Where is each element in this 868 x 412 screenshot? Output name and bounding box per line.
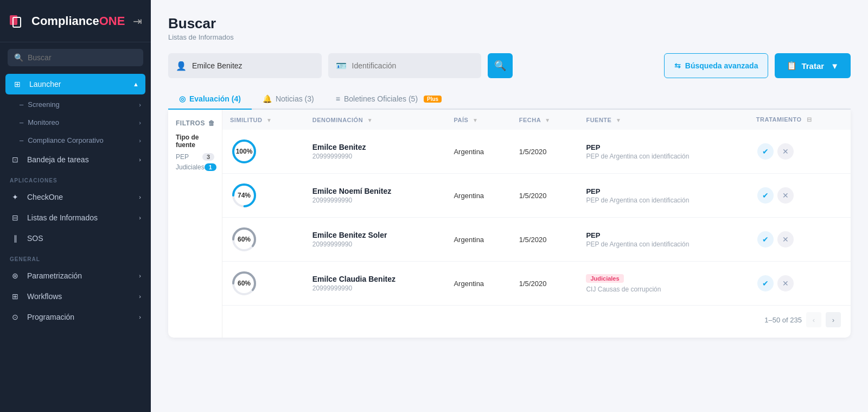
col-similitud[interactable]: SIMILITUD ▼	[222, 110, 305, 130]
workflows-icon: ⊞	[10, 292, 21, 301]
cell-denomination-2: Emilce Benitez Soler 20999999990	[305, 218, 446, 262]
cell-similarity-2: 60%	[222, 218, 305, 262]
sidebar-item-launcher[interactable]: ⊞ Launcher ▲	[5, 74, 145, 94]
logo-icon	[9, 12, 27, 30]
prev-page-button[interactable]: ‹	[806, 312, 821, 327]
tab-boletines[interactable]: ≡ Boletines Oficiales (5) Plus	[325, 89, 452, 110]
filter-judiciales[interactable]: Judiciales 1	[176, 163, 214, 171]
cell-denomination-1: Emilce Noemí Benitez 20999999990	[305, 174, 446, 218]
compliance-corp-chevron: ›	[139, 137, 141, 144]
sidebar-nav: ⊞ Launcher ▲ – Screening › – Monitoreo ›…	[0, 73, 151, 412]
tab-boletines-label: Boletines Oficiales (5)	[344, 94, 418, 103]
sidebar-header: ComplianceONE ⇥	[0, 0, 151, 42]
sidebar-search-container[interactable]: 🔍	[8, 49, 143, 66]
reject-button-2[interactable]: ✕	[777, 231, 794, 248]
cell-source-0: PEPPEP de Argentina con identificación	[578, 130, 748, 174]
tab-evaluacion[interactable]: ◎ Evaluación (4)	[168, 89, 252, 110]
cell-country-0: Argentina	[446, 130, 511, 174]
denomination-id-3: 20999999990	[312, 284, 439, 292]
sidebar-item-compliance-corp[interactable]: – Compliance Corporativo ›	[0, 131, 151, 149]
similarity-label-2: 60%	[238, 236, 251, 243]
cell-source-2: PEPPEP de Argentina con identificación	[578, 218, 748, 262]
cell-similarity-3: 60%	[222, 262, 305, 306]
checkone-icon: ✦	[10, 193, 21, 201]
sidebar-item-compliance-corp-label: Compliance Corporativo	[28, 136, 103, 144]
search-button[interactable]: 🔍	[488, 53, 513, 78]
denomination-name-3: Emilce Claudia Benitez	[312, 275, 439, 283]
sidebar-search-icon: 🔍	[14, 53, 23, 62]
logo-compliance-text: Compliance	[31, 14, 99, 28]
programacion-chevron: ›	[139, 314, 141, 320]
table-header-row: SIMILITUD ▼ DENOMINACIÓN ▼ PAÍS ▼ FECHA …	[222, 110, 851, 130]
boletines-icon: ≡	[336, 94, 340, 103]
main-content-area: Buscar Listas de Informados 👤 🪪 🔍 ⇆ Búsq…	[151, 0, 868, 412]
tab-evaluacion-label: Evaluación (4)	[189, 94, 241, 103]
cell-country-2: Argentina	[446, 218, 511, 262]
sidebar-item-parametrizacion[interactable]: ⊛ Parametrización ›	[0, 265, 151, 286]
col-tratamiento: TRATAMIENTO ⊟	[749, 110, 851, 130]
col-denominacion[interactable]: DENOMINACIÓN ▼	[305, 110, 446, 130]
monitoreo-chevron: ›	[139, 119, 141, 126]
advanced-search-button[interactable]: ⇆ Búsqueda avanzada	[664, 53, 769, 78]
source-pep-label: PEP	[586, 187, 741, 195]
sidebar-item-listas[interactable]: ⊟ Listas de Informados ›	[0, 207, 151, 228]
checkone-chevron: ›	[139, 194, 141, 200]
approve-button-0[interactable]: ✔	[757, 143, 774, 160]
reject-button-1[interactable]: ✕	[777, 187, 794, 204]
id-input-group: 🪪	[328, 53, 482, 78]
col-pais[interactable]: PAÍS ▼	[446, 110, 511, 130]
sidebar-item-programacion[interactable]: ⊙ Programación ›	[0, 307, 151, 327]
screening-dash: –	[20, 100, 23, 109]
col-fuente[interactable]: FUENTE ▼	[578, 110, 748, 130]
listas-icon: ⊟	[10, 213, 21, 222]
tabs-container: ◎ Evaluación (4) 🔔 Noticias (3) ≡ Boleti…	[168, 89, 851, 110]
id-icon: 🪪	[336, 61, 347, 71]
similarity-label-1: 74%	[238, 192, 251, 199]
sidebar-search-input[interactable]	[28, 53, 137, 62]
evaluacion-icon: ◎	[179, 94, 186, 103]
sidebar-item-bandeja[interactable]: ⊡ Bandeja de tareas ›	[0, 149, 151, 170]
app-logo: ComplianceONE	[9, 12, 125, 30]
name-input[interactable]	[192, 61, 314, 70]
tab-noticias[interactable]: 🔔 Noticias (3)	[252, 89, 325, 110]
denomination-name-0: Emilce Benitez	[312, 143, 439, 151]
denomination-id-2: 20999999990	[312, 240, 439, 248]
workflows-chevron: ›	[139, 293, 141, 300]
reject-button-0[interactable]: ✕	[777, 143, 794, 160]
sidebar-item-listas-label: Listas de Informados	[27, 213, 98, 222]
name-input-group: 👤	[168, 53, 322, 78]
sidebar-item-bandeja-label: Bandeja de tareas	[27, 155, 89, 164]
sidebar: ComplianceONE ⇥ 🔍 ⊞ Launcher ▲ – Screeni…	[0, 0, 151, 412]
results-table: SIMILITUD ▼ DENOMINACIÓN ▼ PAÍS ▼ FECHA …	[222, 110, 851, 338]
cell-source-1: PEPPEP de Argentina con identificación	[578, 174, 748, 218]
sidebar-item-sos[interactable]: ∥ SOS	[0, 228, 151, 249]
reject-button-3[interactable]: ✕	[777, 275, 794, 291]
listas-chevron: ›	[139, 214, 141, 221]
tratar-chevron-icon: ▼	[831, 61, 839, 71]
filter-trash-icon[interactable]: 🗑	[208, 119, 215, 127]
approve-button-1[interactable]: ✔	[757, 187, 774, 204]
tratar-icon: 📋	[787, 61, 797, 71]
filter-pep[interactable]: PEP 3	[176, 153, 214, 161]
similarity-label-0: 100%	[236, 148, 253, 155]
table-row: 74% Emilce Noemí Benitez 20999999990 Arg…	[222, 174, 851, 218]
advanced-search-icon: ⇆	[674, 61, 681, 70]
exit-icon[interactable]: ⇥	[133, 15, 142, 28]
cell-country-1: Argentina	[446, 174, 511, 218]
cell-treatment-1: ✔ ✕	[749, 174, 851, 218]
approve-button-3[interactable]: ✔	[757, 275, 774, 291]
cell-country-3: Argentina	[446, 262, 511, 306]
similarity-label-3: 60%	[238, 280, 251, 287]
col-fecha[interactable]: FECHA ▼	[512, 110, 579, 130]
filter-judiciales-count: 1	[205, 163, 216, 171]
sidebar-item-monitoreo[interactable]: – Monitoreo ›	[0, 113, 151, 131]
sidebar-item-checkone[interactable]: ✦ CheckOne ›	[0, 187, 151, 207]
next-page-button[interactable]: ›	[826, 312, 841, 327]
approve-button-2[interactable]: ✔	[757, 231, 774, 248]
sidebar-item-workflows[interactable]: ⊞ Workflows ›	[0, 286, 151, 307]
sidebar-item-screening-label: Screening	[28, 100, 60, 109]
sidebar-item-screening[interactable]: – Screening ›	[0, 96, 151, 113]
tratar-button[interactable]: 📋 Tratar ▼	[775, 53, 851, 78]
id-input[interactable]	[352, 61, 474, 70]
pagination: 1–50 of 235 ‹ ›	[222, 305, 851, 334]
